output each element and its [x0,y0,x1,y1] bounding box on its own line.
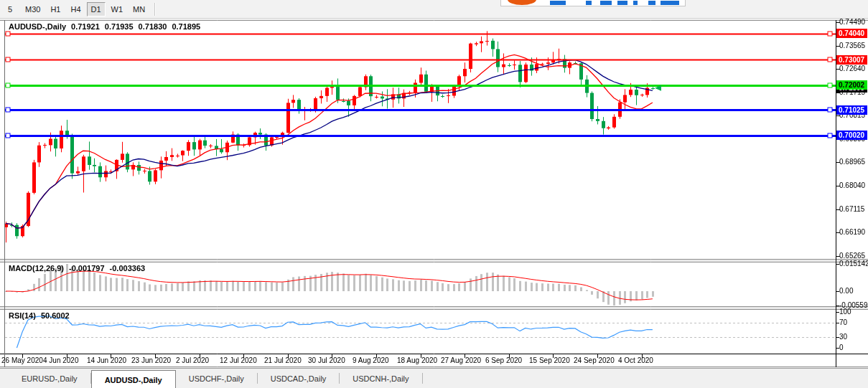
tab-usdchf-daily[interactable]: USDCHF-,Daily [176,370,257,387]
timeframe-button-h1[interactable]: H1 [46,2,65,16]
price-tick-label: 0.66190 [839,228,865,236]
macd-value: -0.001797 [69,264,105,273]
date-tick-label: 4 Oct 2020 [618,356,653,364]
price-axis[interactable]: 0.744900.735650.726400.717150.708150.698… [837,20,868,367]
toolbar-separator [154,3,156,16]
date-tick-label: 15 Sep 2020 [529,356,570,364]
low-value: 0.71830 [139,22,167,31]
timeframe-buttons: 5M30H1H4D1W1MN [0,2,150,16]
tab-eurusd-daily[interactable]: EURUSD-,Daily [9,370,90,387]
macd-signal-value: -0.003363 [110,264,146,273]
symbol-period-label: AUDUSD-,Daily [9,22,66,31]
price-tick-label: 0.67115 [839,205,864,213]
timeframe-button-w1[interactable]: W1 [107,2,128,16]
price-tick-label: 0.68040 [839,181,865,189]
open-value: 0.71921 [71,22,100,31]
rsi-axis-label: 70 [839,318,847,326]
timeframe-button-d1[interactable]: D1 [87,2,106,16]
price-line-badge[interactable]: 0.73007 [836,55,867,65]
tab-usdcad-daily[interactable]: USDCAD-,Daily [258,370,340,387]
timeframe-button-m30[interactable]: M30 [21,2,45,16]
broker-logo-glyph [550,1,566,5]
date-tick-label: 26 May 2020 [1,356,43,364]
chart-window: AUDUSD-,Daily0.719210.719350.718300.7189… [0,20,868,367]
rsi-indicator-label: RSI(14)50.6002 [9,311,75,320]
broker-logo-glyph [661,1,679,5]
broker-logo-glyph [586,1,592,5]
price-line-badge[interactable]: 0.71025 [836,105,867,115]
broker-logo-glyph [648,1,655,5]
chart-canvas[interactable] [0,20,868,367]
price-line-badge[interactable]: 0.70020 [836,131,867,140]
date-tick-label: 2 Jul 2020 [176,356,209,364]
chart-tabs: EURUSD-,DailyAUDUSD-,DailyUSDCHF-,DailyU… [0,368,868,388]
rsi-axis-label: 0 [839,344,844,351]
macd-indicator-label: MACD(12,26,9)-0.001797-0.003363 [9,264,150,273]
price-tick-label: 0.65265 [839,252,865,260]
date-tick-label: 21 Jul 2020 [264,356,302,364]
rsi-axis-label: 100 [839,308,851,316]
date-tick-label: 4 Jun 2020 [43,356,79,364]
broker-logo-swoosh [508,0,536,5]
price-tick-label: 0.74490 [839,18,865,26]
tab-usdcnh-daily[interactable]: USDCNH-,Daily [340,370,421,387]
date-tick-label: 30 Jul 2020 [308,356,345,364]
date-tick-label: 18 Aug 2020 [397,356,437,364]
broker-logo-glyph [633,1,638,5]
macd-axis-label: 0.015142 [839,260,868,268]
broker-logo-glyph [617,1,627,5]
rsi-value: 50.6002 [41,311,70,320]
high-value: 0.71935 [105,22,134,31]
date-tick-label: 12 Jul 2020 [220,356,257,364]
timeframe-button-5[interactable]: 5 [1,2,19,16]
timeframe-button-mn[interactable]: MN [129,2,149,16]
rsi-name: RSI(14) [9,311,36,320]
broker-logo-glyph [600,1,612,5]
date-tick-label: 27 Aug 2020 [441,356,481,364]
macd-axis-label: 0.00 [839,287,853,295]
date-tick-label: 6 Sep 2020 [485,356,522,364]
rsi-axis-label: 30 [839,333,847,341]
macd-name: MACD(12,26,9) [9,264,64,273]
broker-logo [500,0,686,6]
date-axis[interactable]: 26 May 20204 Jun 202014 Jun 202023 Jun 2… [0,355,836,366]
price-tick-label: 0.68965 [839,158,865,166]
date-tick-label: 14 Jun 2020 [87,356,126,364]
timeframe-button-h4[interactable]: H4 [66,2,85,16]
price-tick-label: 0.72640 [839,65,865,72]
price-tick-label: 0.73565 [839,42,865,49]
tab-audusd-daily[interactable]: AUDUSD-,Daily [91,370,176,388]
price-line-badge[interactable]: 0.74040 [836,29,867,38]
date-tick-label: 23 Jun 2020 [131,356,171,364]
date-tick-label: 24 Sep 2020 [574,356,615,364]
date-tick-label: 9 Aug 2020 [353,356,389,364]
chart-ohlc-title: AUDUSD-,Daily0.719210.719350.718300.7189… [9,22,205,31]
price-line-badge[interactable]: 0.72002 [836,80,867,90]
tab-separator [422,373,423,384]
close-value: 0.71895 [172,22,200,31]
timeframe-toolbar: 5M30H1H4D1W1MN [0,0,868,19]
